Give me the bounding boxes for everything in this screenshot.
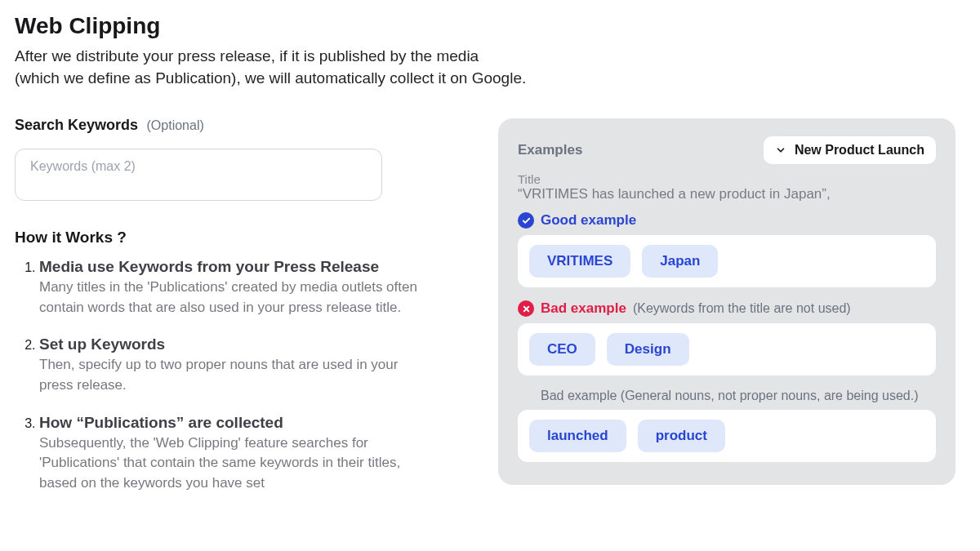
chevron-down-icon	[775, 144, 786, 156]
keywords-input[interactable]: Keywords (max 2)	[15, 149, 382, 201]
examples-label: Examples	[518, 142, 582, 158]
bad-example-2-header: Bad example (General nouns, not proper n…	[518, 389, 936, 403]
how-item-1-body: Many titles in the 'Publications' create…	[39, 278, 423, 318]
search-keywords-label: Search Keywords	[15, 117, 138, 133]
keywords-placeholder: Keywords (max 2)	[30, 159, 136, 174]
tag-good-2: Japan	[642, 245, 718, 278]
example-type-select[interactable]: New Product Launch	[764, 136, 936, 164]
bad-example-1-note: (Keywords from the title are not used)	[633, 301, 851, 316]
example-title-label: Title	[518, 172, 936, 186]
good-example-tags: VRITIMES Japan	[518, 235, 936, 287]
tag-bad2-1: launched	[529, 420, 626, 452]
page-title: Web Clipping	[15, 13, 965, 39]
examples-card: Examples New Product Launch Title “VRITI…	[498, 118, 956, 485]
tag-bad1-1: CEO	[529, 333, 595, 366]
how-item-1-title: Media use Keywords from your Press Relea…	[39, 258, 472, 276]
how-item-3-title: How “Publications” are collected	[39, 414, 472, 432]
search-keywords-optional: (Optional)	[147, 118, 204, 132]
bad-example-1-tags: CEO Design	[518, 323, 936, 375]
page-description-line2: (which we define as Publication), we wil…	[15, 69, 526, 87]
search-keywords-row: Search Keywords (Optional)	[15, 117, 472, 134]
how-item-2-body: Then, specify up to two proper nouns tha…	[39, 355, 423, 395]
bad-example-1-label: Bad example	[541, 300, 626, 317]
left-column: Search Keywords (Optional) Keywords (max…	[15, 117, 472, 511]
tag-good-1: VRITIMES	[529, 245, 630, 278]
how-item-2: Set up Keywords Then, specify up to two …	[39, 335, 472, 395]
page-description: After we distribute your press release, …	[15, 46, 965, 89]
right-column: Examples New Product Launch Title “VRITI…	[498, 117, 956, 485]
how-it-works-heading: How it Works ?	[15, 229, 472, 247]
bad-example-2-label: Bad example (General nouns, not proper n…	[541, 389, 919, 403]
good-example-label: Good example	[541, 212, 636, 229]
good-example-header: Good example	[518, 212, 936, 229]
bad-example-1-header: Bad example (Keywords from the title are…	[518, 300, 936, 317]
example-title-text: “VRITIMES has launched a new product in …	[518, 186, 936, 202]
check-circle-icon	[518, 212, 534, 229]
how-item-3: How “Publications” are collected Subsequ…	[39, 414, 472, 494]
tag-bad2-2: product	[638, 420, 725, 452]
bad-example-2-tags: launched product	[518, 410, 936, 462]
x-circle-icon	[518, 300, 534, 317]
how-item-2-title: Set up Keywords	[39, 335, 472, 353]
example-select-value: New Product Launch	[795, 143, 924, 158]
tag-bad1-2: Design	[607, 333, 689, 366]
how-item-3-body: Subsequently, the 'Web Clipping' feature…	[39, 433, 423, 494]
examples-header: Examples New Product Launch	[518, 136, 936, 164]
how-item-1: Media use Keywords from your Press Relea…	[39, 258, 472, 318]
page-description-line1: After we distribute your press release, …	[15, 47, 479, 64]
how-it-works-list: Media use Keywords from your Press Relea…	[15, 258, 472, 493]
